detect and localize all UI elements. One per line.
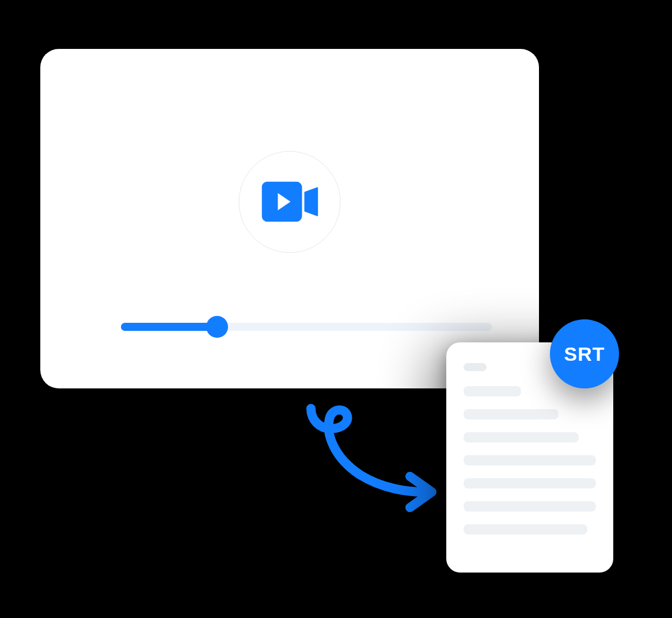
srt-badge-label: SRT <box>564 343 605 365</box>
play-button[interactable] <box>239 151 341 253</box>
progress-thumb[interactable] <box>206 316 228 338</box>
srt-badge: SRT <box>550 319 619 388</box>
doc-line <box>464 455 596 466</box>
doc-line <box>464 524 587 535</box>
doc-line <box>464 386 521 396</box>
curved-arrow-icon <box>276 403 443 518</box>
video-player-card <box>40 49 539 388</box>
diagram-stage: SRT <box>0 0 672 618</box>
doc-line <box>464 409 559 419</box>
doc-line <box>464 478 596 489</box>
doc-line <box>464 363 487 371</box>
progress-fill <box>121 323 217 331</box>
doc-line <box>464 432 579 442</box>
progress-track[interactable] <box>121 323 492 331</box>
doc-line <box>464 501 596 512</box>
video-camera-icon <box>261 182 318 222</box>
